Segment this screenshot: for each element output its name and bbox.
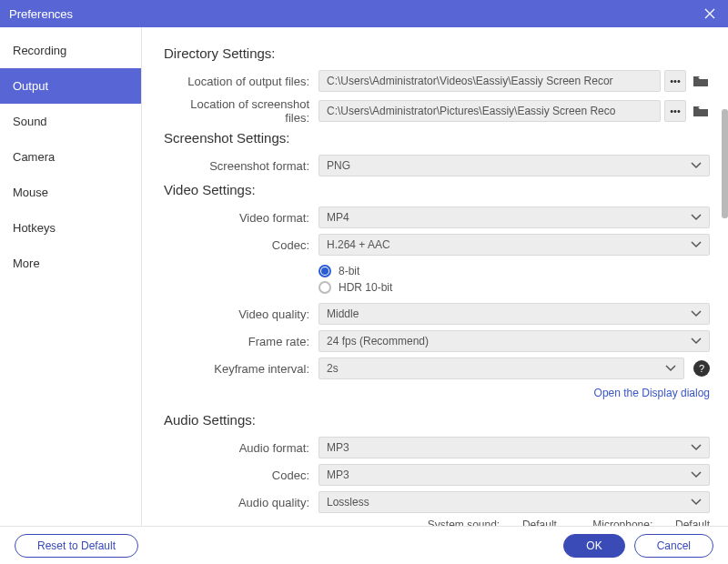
sidebar-item-sound[interactable]: Sound: [0, 104, 141, 139]
label-screenshot-format: Screenshot format:: [164, 159, 318, 173]
window-title: Preferences: [9, 7, 701, 21]
video-format-select[interactable]: MP4: [318, 206, 710, 228]
footer: Reset to Default OK Cancel: [0, 526, 728, 564]
help-icon[interactable]: ?: [693, 360, 710, 377]
title-bar: Preferences: [0, 0, 728, 27]
output-path-field[interactable]: C:\Users\Administrator\Videos\Eassiy\Eas…: [318, 70, 661, 92]
sidebar-item-recording[interactable]: Recording: [0, 33, 141, 68]
label-output-location: Location of output files:: [164, 75, 318, 88]
chevron-down-icon: [691, 471, 702, 478]
status-line: System sound: Default Microphone: Defaul…: [164, 519, 710, 526]
folder-icon[interactable]: [692, 104, 710, 118]
chevron-down-icon: [691, 214, 702, 221]
label-video-codec: Codec:: [164, 238, 318, 252]
browse-button[interactable]: •••: [664, 70, 686, 92]
label-audio-quality: Audio quality:: [164, 496, 318, 509]
sidebar-item-hotkeys[interactable]: Hotkeys: [0, 210, 141, 246]
folder-icon[interactable]: [692, 74, 710, 88]
video-quality-select[interactable]: Middle: [318, 303, 710, 325]
section-title-directory: Directory Settings:: [164, 45, 710, 61]
label-keyframe-interval: Keyframe interval:: [164, 362, 318, 376]
ok-button[interactable]: OK: [563, 534, 624, 558]
keyframe-interval-select[interactable]: 2s: [318, 358, 684, 379]
chevron-down-icon: [665, 365, 676, 372]
cancel-button[interactable]: Cancel: [634, 534, 713, 558]
label-video-quality: Video quality:: [164, 307, 318, 321]
browse-button[interactable]: •••: [664, 100, 686, 122]
sidebar-item-more[interactable]: More: [0, 246, 141, 281]
open-display-dialog-link[interactable]: Open the Display dialog: [164, 387, 710, 399]
scrollbar-thumb[interactable]: [722, 109, 728, 218]
sidebar-item-output[interactable]: Output: [0, 68, 141, 104]
label-audio-codec: Codec:: [164, 468, 318, 482]
reset-to-default-button[interactable]: Reset to Default: [15, 534, 138, 558]
radio-8bit[interactable]: 8-bit: [318, 265, 392, 277]
chevron-down-icon: [691, 444, 702, 451]
section-title-screenshot: Screenshot Settings:: [164, 130, 710, 146]
label-frame-rate: Frame rate:: [164, 335, 318, 348]
label-screenshot-location: Location of screenshot files:: [164, 97, 318, 125]
screenshot-path-field[interactable]: C:\Users\Administrator\Pictures\Eassiy\E…: [318, 100, 661, 122]
section-title-audio: Audio Settings:: [164, 412, 710, 428]
audio-quality-select[interactable]: Lossless: [318, 491, 710, 513]
chevron-down-icon: [691, 162, 702, 169]
content-area: Directory Settings: Location of output f…: [142, 27, 728, 526]
label-audio-format: Audio format:: [164, 441, 318, 455]
screenshot-format-select[interactable]: PNG: [318, 155, 710, 176]
label-video-format: Video format:: [164, 211, 318, 225]
sidebar: Recording Output Sound Camera Mouse Hotk…: [0, 27, 142, 526]
section-title-video: Video Settings:: [164, 182, 710, 197]
close-icon[interactable]: [701, 5, 719, 23]
audio-codec-select[interactable]: MP3: [318, 464, 710, 486]
sidebar-item-mouse[interactable]: Mouse: [0, 175, 141, 210]
chevron-down-icon: [691, 241, 702, 248]
video-codec-select[interactable]: H.264 + AAC: [318, 234, 710, 256]
chevron-down-icon: [691, 499, 702, 506]
frame-rate-select[interactable]: 24 fps (Recommend): [318, 330, 710, 352]
sidebar-item-camera[interactable]: Camera: [0, 139, 141, 175]
audio-format-select[interactable]: MP3: [318, 437, 710, 458]
radio-hdr-10bit[interactable]: HDR 10-bit: [318, 281, 392, 294]
chevron-down-icon: [691, 337, 702, 345]
chevron-down-icon: [691, 310, 702, 317]
